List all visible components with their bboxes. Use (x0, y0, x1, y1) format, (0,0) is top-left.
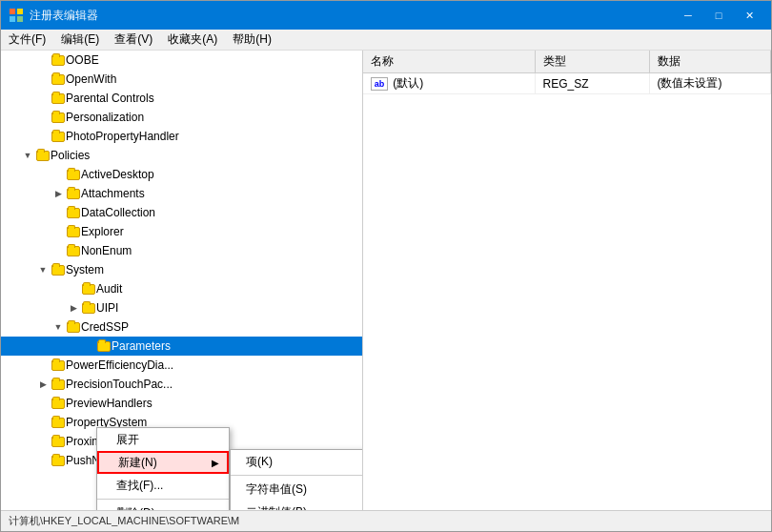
tree-label: DataCollection (81, 206, 155, 219)
tree-pane[interactable]: OOBE OpenWith Parental Controls Personal… (1, 51, 363, 510)
submenu: 项(K) 字符串值(S) 二进制值(B) DWORD (32 位)值(D) QW… (230, 449, 363, 510)
folder-icon (66, 243, 81, 258)
folder-icon (51, 262, 66, 277)
submenu-arrow-icon: ▶ (212, 458, 219, 468)
tree-item-datacollection[interactable]: DataCollection (1, 203, 362, 222)
tree-item-precisiontouch[interactable]: ▶ PrecisionTouchPac... (1, 375, 362, 394)
folder-icon (66, 319, 81, 335)
expand-none-icon (66, 281, 81, 297)
menu-favorites[interactable]: 收藏夹(A) (160, 30, 225, 50)
col-type: 类型 (535, 51, 649, 73)
expand-none-icon (35, 52, 51, 68)
sub-separator (231, 475, 363, 476)
sub-item-key[interactable]: 项(K) (231, 450, 363, 473)
folder-icon (96, 338, 112, 354)
svg-rect-3 (17, 16, 23, 22)
folder-icon (51, 434, 66, 449)
svg-rect-0 (10, 9, 15, 14)
tree-label: System (66, 263, 104, 276)
menu-bar: 文件(F) 编辑(E) 查看(V) 收藏夹(A) 帮助(H) (1, 30, 771, 51)
svg-rect-1 (17, 9, 23, 14)
menu-help[interactable]: 帮助(H) (225, 30, 279, 50)
col-name: 名称 (363, 51, 535, 73)
tree-label: NonEnum (81, 244, 132, 257)
expand-right-icon: ▶ (66, 300, 81, 316)
tree-label: Personalization (66, 111, 144, 124)
folder-icon (66, 186, 81, 201)
status-bar: 计算机\HKEY_LOCAL_MACHINE\SOFTWARE\M (1, 510, 771, 531)
folder-icon (81, 281, 96, 297)
context-menu: 展开 新建(N) ▶ 查找(F)... 删除(D) 重命名(R) (96, 427, 230, 510)
tree-item-personalization[interactable]: Personalization (1, 108, 362, 127)
minimize-button[interactable]: ─ (674, 1, 702, 30)
expand-none-icon (35, 396, 51, 411)
ctx-delete[interactable]: 删除(D) (97, 501, 229, 510)
sub-item-string[interactable]: 字符串值(S) (231, 478, 363, 501)
ctx-new[interactable]: 新建(N) ▶ (97, 451, 229, 474)
tree-item-credssp[interactable]: ▼ CredSSP (1, 317, 362, 337)
expand-open-icon: ▼ (35, 262, 51, 277)
tree-label: PhotoPropertyHandler (66, 130, 179, 143)
tree-label: OOBE (66, 53, 99, 67)
folder-icon (51, 52, 66, 68)
tree-item-parental[interactable]: Parental Controls (1, 89, 362, 108)
tree-item-openwith[interactable]: OpenWith (1, 70, 362, 89)
tree-item-powerefficiency[interactable]: PowerEfficiencyDia... (1, 356, 362, 375)
tree-item-previewhandlers[interactable]: PreviewHandlers (1, 394, 362, 413)
tree-item-uipi[interactable]: ▶ UIPI (1, 298, 362, 317)
tree-label: Parental Controls (66, 92, 154, 105)
expand-right-icon: ▶ (35, 377, 51, 392)
maximize-button[interactable]: □ (704, 1, 733, 30)
folder-icon (51, 358, 66, 373)
close-button[interactable]: ✕ (735, 1, 763, 30)
svg-rect-2 (10, 16, 15, 22)
tree-label: CredSSP (81, 320, 129, 334)
expand-none-icon (35, 129, 51, 144)
tree-label: PrecisionTouchPac... (66, 378, 173, 391)
tree-item-photoproperty[interactable]: PhotoPropertyHandler (1, 127, 362, 146)
folder-icon (81, 300, 96, 316)
expand-none-icon (51, 205, 66, 220)
menu-edit[interactable]: 编辑(E) (53, 30, 107, 50)
ctx-expand[interactable]: 展开 (97, 428, 229, 451)
expand-none-icon (51, 243, 66, 258)
tree-item-explorer[interactable]: Explorer (1, 222, 362, 241)
tree-item-audit[interactable]: Audit (1, 279, 362, 298)
folder-icon (51, 91, 66, 106)
window-title: 注册表编辑器 (30, 8, 674, 24)
expand-none-icon (51, 224, 66, 239)
table-row[interactable]: ab (默认) REG_SZ (数值未设置) (363, 73, 771, 94)
col-data: 数据 (649, 51, 771, 73)
cell-name-text: (默认) (393, 76, 423, 90)
folder-icon (51, 72, 66, 87)
tree-label: OpenWith (66, 72, 116, 86)
tree-item-nonenum[interactable]: NonEnum (1, 241, 362, 260)
ctx-find[interactable]: 查找(F)... (97, 474, 229, 497)
expand-none-icon (35, 358, 51, 373)
main-content: OOBE OpenWith Parental Controls Personal… (1, 51, 771, 510)
menu-view[interactable]: 查看(V) (107, 30, 160, 50)
expand-none-icon (35, 72, 51, 87)
expand-none-icon (35, 415, 51, 430)
folder-icon (51, 396, 66, 411)
expand-none-icon (35, 434, 51, 449)
expand-none-icon (81, 338, 96, 354)
expand-right-icon: ▶ (51, 186, 66, 201)
tree-item-parameters[interactable]: Parameters (1, 337, 362, 356)
tree-item-system[interactable]: ▼ System (1, 260, 362, 279)
sub-item-binary[interactable]: 二进制值(B) (231, 501, 363, 510)
folder-icon (51, 453, 66, 468)
folder-icon (51, 415, 66, 430)
folder-icon (51, 377, 66, 392)
ab-icon: ab (371, 77, 388, 91)
menu-file[interactable]: 文件(F) (1, 30, 53, 50)
tree-label: Explorer (81, 225, 124, 238)
tree-item-policies[interactable]: ▼ Policies (1, 146, 362, 165)
status-text: 计算机\HKEY_LOCAL_MACHINE\SOFTWARE\M (9, 514, 239, 528)
cell-data: (数值未设置) (649, 73, 771, 94)
window-icon (9, 8, 24, 23)
tree-label: Attachments (81, 187, 145, 200)
tree-item-activedesktop[interactable]: ActiveDesktop (1, 165, 362, 184)
tree-item-oobe[interactable]: OOBE (1, 51, 362, 70)
tree-item-attachments[interactable]: ▶ Attachments (1, 184, 362, 203)
